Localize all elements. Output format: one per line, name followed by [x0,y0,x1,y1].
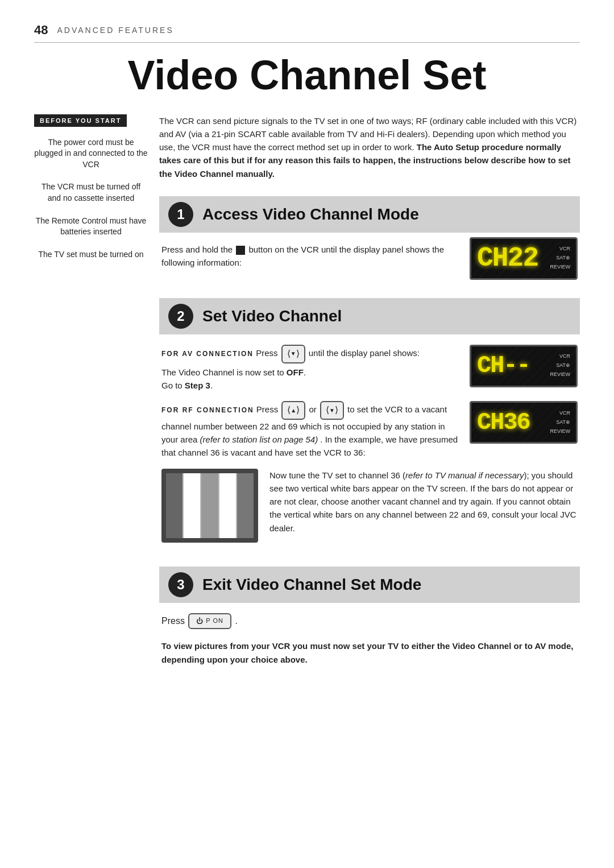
av-display-panel: CH-- VCR SAT⊕ REVIEW [470,345,578,387]
step-3-note: To view pictures from your VCR you must … [161,639,578,666]
channel-up-icon: ⟨▲⟩ [281,401,305,420]
stop-icon [236,246,245,255]
page-title: Video Channel Set [34,54,580,97]
tv-bar-3 [237,473,254,538]
rf-display-panel: CH36 VCR SAT⊕ REVIEW [470,401,578,444]
step-1-sat-label: SAT⊕ [556,254,570,262]
tv-note-italic: refer to TV manual if necessary [405,470,524,480]
av-connection-text: FOR AV CONNECTION Press ⟨▼⟩ until the di… [161,345,458,392]
av-goto-text: Go to Step 3. [161,379,458,392]
av-sat-label: SAT⊕ [556,362,570,370]
step-3-body: Press ⏻ P ON . To view pictures from you… [159,613,580,666]
channel-down-icon: ⟨▼⟩ [281,345,305,363]
sidebar: BEFORE YOU START The power cord must be … [34,114,159,684]
intro-text: The VCR can send picture signals to the … [159,116,576,179]
sidebar-item-vcr: The VCR must be turned off and no casset… [34,181,148,204]
sidebar-item-tv: The TV set must be turned on [34,249,148,261]
av-display: CH-- VCR SAT⊕ REVIEW [470,345,578,387]
rf-vcr-label: VCR [559,410,570,418]
step-3-press: Press ⏻ P ON . [161,613,578,630]
step-1-vcr-label: VCR [559,245,570,253]
step-1-text-part1: Press and hold the [161,245,235,254]
step-3-header: 3 Exit Video Channel Set Mode [159,567,580,603]
step-3-title: Exit Video Channel Set Mode [202,576,421,594]
rf-display-container: CH36 VCR SAT⊕ REVIEW [470,401,578,444]
channel-down-icon-2: ⟨▼⟩ [320,401,344,420]
av-press-text: Press [256,348,280,358]
av-review-label: REVIEW [550,371,570,379]
tv-bar-white-2 [218,473,237,538]
press-label: Press [161,615,185,625]
rf-review-label: REVIEW [550,428,570,436]
rf-press-text: Press [256,405,281,415]
tv-bar-white-1 [182,473,201,538]
intro-paragraph: The VCR can send picture signals to the … [159,114,580,180]
av-off-text: The Video Channel is now set to OFF. [161,366,458,379]
power-label: P ON [206,616,223,626]
rf-sat-label: SAT⊕ [556,419,570,427]
main-content: BEFORE YOU START The power cord must be … [34,114,580,684]
rf-connection-row: FOR RF CONNECTION Press ⟨▲⟩ or ⟨▼⟩ to se… [161,401,578,460]
step-2-number: 2 [168,304,193,329]
step-2-title: Set Video Channel [202,307,342,325]
step-1-block: 1 Access Video Channel Mode CH22 VCR SAT… [159,196,580,280]
power-icon: ⏻ [196,616,204,627]
rf-or-text: or [309,405,319,415]
step-2-header: 2 Set Video Channel [159,298,580,334]
av-label: FOR AV CONNECTION [161,350,254,358]
step-1-review-label: REVIEW [550,263,570,271]
av-display-labels: VCR SAT⊕ REVIEW [550,353,570,379]
av-until-text: until the display panel shows: [309,348,420,358]
step-2-block: 2 Set Video Channel FOR AV CONNECTION Pr… [159,298,580,548]
av-text: FOR AV CONNECTION Press ⟨▼⟩ until the di… [161,345,458,363]
section-label: ADVANCED FEATURES [57,26,173,35]
av-display-digits: CH-- [477,354,530,378]
av-vcr-label: VCR [559,353,570,361]
step-3-number: 3 [168,572,193,597]
tv-bar-2 [201,473,218,538]
sidebar-item-remote: The Remote Control must have batteries i… [34,216,148,238]
av-connection-row: FOR AV CONNECTION Press ⟨▼⟩ until the di… [161,345,578,392]
page-number: 48 [34,23,48,38]
content-area: The VCR can send picture signals to the … [159,114,580,684]
page-container: 48 ADVANCED FEATURES Video Channel Set B… [0,0,614,868]
tv-screen-container [161,469,258,543]
step-2-body: FOR AV CONNECTION Press ⟨▼⟩ until the di… [159,345,580,548]
tv-section: Now tune the TV set to channel 36 (refer… [161,469,578,548]
rf-label: FOR RF CONNECTION [161,407,254,415]
step-1-body: CH22 VCR SAT⊕ REVIEW Press and hold the … [159,243,580,280]
step-1-display-labels: VCR SAT⊕ REVIEW [550,245,570,271]
before-you-start-badge: BEFORE YOU START [34,114,127,127]
tv-bar-1 [166,473,182,538]
tv-screen [161,469,258,543]
step-1-display: CH22 VCR SAT⊕ REVIEW [470,237,578,280]
sidebar-item-power: The power cord must be plugged in and co… [34,137,148,171]
rf-display-labels: VCR SAT⊕ REVIEW [550,410,570,436]
page-header: 48 ADVANCED FEATURES [34,23,580,43]
step-1-number: 1 [168,202,193,227]
rf-text: FOR RF CONNECTION Press ⟨▲⟩ or ⟨▼⟩ to se… [161,401,458,460]
step-1-display-digits: CH22 [477,245,538,272]
step-3-block: 3 Exit Video Channel Set Mode Press ⏻ P … [159,567,580,666]
step-1-title: Access Video Channel Mode [202,205,419,224]
rf-italic-text: (refer to station list on page 54) [200,435,318,444]
rf-connection-text: FOR RF CONNECTION Press ⟨▲⟩ or ⟨▼⟩ to se… [161,401,458,460]
step-1-header: 1 Access Video Channel Mode [159,196,580,233]
period: . [235,615,238,625]
rf-display-digits: CH36 [477,411,530,435]
power-button: ⏻ P ON [188,613,231,630]
tv-bars [166,473,254,538]
